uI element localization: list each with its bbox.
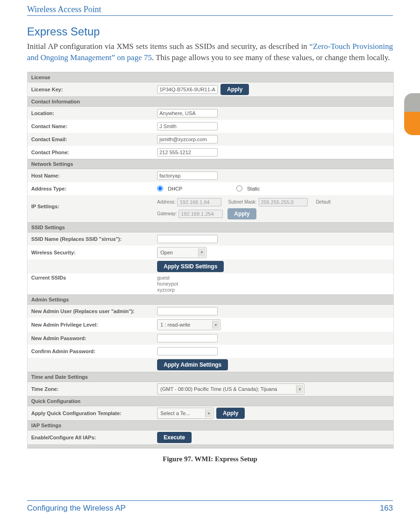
ssid-list-item: guest <box>157 275 178 281</box>
license-key-input[interactable] <box>157 85 218 94</box>
static-radio-label: Static <box>247 186 260 191</box>
ip-apply-button: Apply <box>227 208 256 219</box>
contact-email-label: Contact Email: <box>31 137 157 142</box>
new-admin-user-input[interactable] <box>157 307 218 315</box>
subnet-mask-sub-label: Subnet Mask: <box>228 199 256 205</box>
page-tab-decoration <box>404 93 420 135</box>
admin-password-input[interactable] <box>157 334 218 342</box>
address-type-label: Address Type: <box>31 186 157 191</box>
running-header: Wireless Access Point <box>27 5 393 16</box>
dhcp-radio-label: DHCP <box>168 186 182 191</box>
contact-section-head: Contact Information <box>28 96 393 107</box>
gateway-sub-label: Gateway: <box>157 211 177 216</box>
contact-name-input[interactable] <box>157 122 218 130</box>
location-input[interactable] <box>157 109 218 117</box>
intro-paragraph: Initial AP configuration via XMS sets it… <box>27 41 393 63</box>
license-section-head: License <box>28 72 393 82</box>
contact-phone-label: Contact Phone: <box>31 150 157 155</box>
host-name-label: Host Name: <box>31 173 157 178</box>
confirm-password-label: Confirm Admin Password: <box>31 348 157 354</box>
ssid-name-label: SSID Name (Replaces SSID "xirrus"): <box>31 236 157 242</box>
current-ssids-list: guest honeypot xyzcorp <box>157 275 178 294</box>
dhcp-radio[interactable] <box>157 185 163 191</box>
ssid-section-head: SSID Settings <box>28 222 393 232</box>
page-title: Express Setup <box>27 25 393 38</box>
static-radio[interactable] <box>236 185 242 191</box>
contact-email-input[interactable] <box>157 135 218 143</box>
time-section-head: Time and Date Settings <box>28 372 393 382</box>
ssid-list-item: xyzcorp <box>157 287 178 293</box>
contact-name-label: Contact Name: <box>31 123 157 129</box>
page-number: 163 <box>380 504 393 513</box>
wireless-security-select[interactable]: Open ▾ <box>157 247 207 258</box>
intro-text-2: . This page allows you to see many of th… <box>152 53 390 62</box>
ip-settings-label: IP Settings: <box>31 198 157 209</box>
chevron-down-icon: ▾ <box>205 409 212 417</box>
quick-template-select[interactable]: Select a Te... ▾ <box>157 408 213 419</box>
time-zone-select[interactable]: (GMT - 08:00) Pacific Time (US & Canada)… <box>157 383 304 395</box>
license-apply-button[interactable]: Apply <box>220 84 249 95</box>
quick-template-value: Select a Te... <box>160 410 190 416</box>
time-zone-value: (GMT - 08:00) Pacific Time (US & Canada)… <box>160 386 277 392</box>
chevron-down-icon: ▾ <box>198 248 205 257</box>
gateway-input <box>179 210 223 218</box>
admin-password-label: New Admin Password: <box>31 335 157 341</box>
admin-priv-value: 1 : read-write <box>160 322 190 328</box>
wireless-security-value: Open <box>160 250 173 255</box>
location-label: Location: <box>31 110 157 116</box>
footer-section-title: Configuring the Wireless AP <box>27 504 126 513</box>
intro-text-1: Initial AP configuration via XMS sets it… <box>27 42 310 51</box>
current-ssids-label: Current SSIDs <box>31 275 157 280</box>
subnet-mask-input <box>259 198 308 206</box>
admin-priv-label: New Admin Privilege Level: <box>31 322 157 328</box>
quick-apply-button[interactable]: Apply <box>216 408 245 419</box>
ip-address-input <box>177 198 221 206</box>
admin-section-head: Admin Settings <box>28 294 393 305</box>
new-admin-user-label: New Admin User (Replaces user "admin"): <box>31 308 157 314</box>
apply-ssid-button[interactable]: Apply SSID Settings <box>157 261 224 272</box>
express-setup-panel: License License Key: Apply Contact Infor… <box>27 72 394 449</box>
page-footer: Configuring the Wireless AP 163 <box>27 500 393 513</box>
wireless-security-label: Wireless Security: <box>31 250 157 255</box>
network-section-head: Network Settings <box>28 159 393 169</box>
host-name-input[interactable] <box>157 171 218 180</box>
figure-caption: Figure 97. WMI: Express Setup <box>27 455 393 463</box>
iap-label: Enable/Configure All IAPs: <box>31 435 157 440</box>
license-key-label: License Key: <box>31 87 157 92</box>
confirm-password-input[interactable] <box>157 347 218 355</box>
admin-priv-select[interactable]: 1 : read-write ▾ <box>157 319 220 330</box>
figure-97: License License Key: Apply Contact Infor… <box>27 72 393 464</box>
default-label: Default <box>316 199 331 205</box>
chevron-down-icon: ▾ <box>212 321 219 329</box>
ssid-name-input[interactable] <box>157 235 218 243</box>
iap-section-head: IAP Settings <box>28 420 393 430</box>
chevron-down-icon: ▾ <box>296 385 303 393</box>
apply-admin-button[interactable]: Apply Admin Settings <box>157 359 228 370</box>
quick-template-label: Apply Quick Configuration Template: <box>31 410 157 416</box>
quick-config-section-head: Quick Configuration <box>28 396 393 406</box>
contact-phone-input[interactable] <box>157 148 218 157</box>
time-zone-label: Time Zone: <box>31 386 157 392</box>
address-sub-label: Address: <box>157 199 175 205</box>
ssid-list-item: honeypot <box>157 281 178 287</box>
execute-button[interactable]: Execute <box>157 432 192 443</box>
